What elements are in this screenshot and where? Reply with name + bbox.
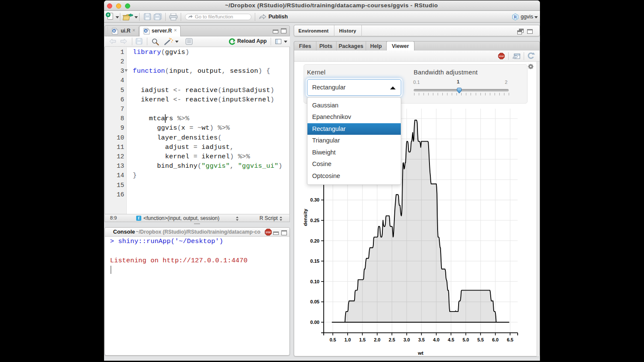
svg-text:6.0: 6.0 — [492, 337, 498, 342]
svg-text:R: R — [113, 29, 116, 33]
svg-text:5.0: 5.0 — [462, 337, 469, 342]
svg-text:0.10: 0.10 — [310, 279, 319, 284]
svg-text:wt: wt — [417, 350, 423, 356]
svg-text:1.5: 1.5 — [359, 337, 366, 342]
svg-text:4.0: 4.0 — [433, 337, 439, 342]
svg-text:density: density — [303, 208, 308, 226]
svg-text:STOP: STOP — [499, 55, 504, 57]
svg-text:0.05: 0.05 — [310, 299, 319, 304]
svg-text:2.5: 2.5 — [389, 337, 395, 342]
svg-text:0.15: 0.15 — [310, 258, 319, 264]
svg-text:0.30: 0.30 — [310, 197, 319, 202]
svg-text:5.5: 5.5 — [477, 337, 484, 342]
svg-text:4.5: 4.5 — [448, 337, 454, 342]
svg-text:3.5: 3.5 — [418, 337, 425, 342]
svg-text:R: R — [514, 15, 517, 19]
svg-text:0.20: 0.20 — [310, 238, 319, 243]
svg-text:STOP: STOP — [265, 231, 271, 234]
svg-text:2.0: 2.0 — [374, 337, 380, 342]
svg-text:6.5: 6.5 — [507, 337, 513, 342]
svg-text:1.0: 1.0 — [344, 337, 351, 342]
svg-text:3.0: 3.0 — [403, 337, 410, 342]
svg-text:0.00: 0.00 — [310, 320, 319, 325]
svg-text:R: R — [145, 29, 147, 33]
svg-text:0.5: 0.5 — [330, 337, 336, 342]
svg-text:0.25: 0.25 — [310, 218, 319, 223]
